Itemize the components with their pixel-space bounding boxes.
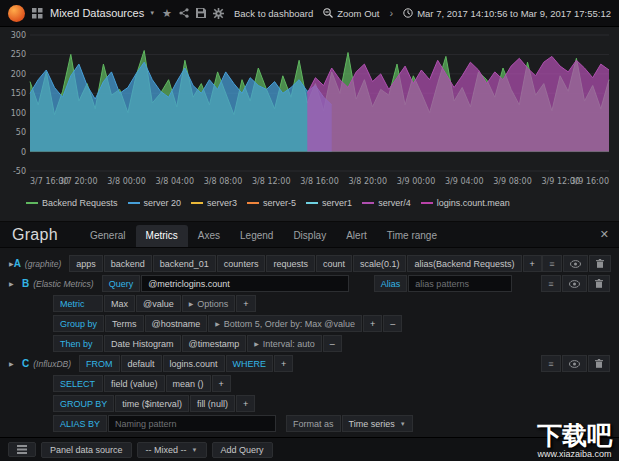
query-visibility-icon[interactable] (562, 275, 587, 292)
metric-options-toggle[interactable]: ▶Options (182, 295, 236, 312)
svg-text:3/8 08:00: 3/8 08:00 (204, 177, 242, 186)
legend-item[interactable]: Backend Requests (26, 198, 118, 208)
dashboard-title: Mixed Datasources (50, 7, 144, 19)
graphite-segment[interactable]: apps (69, 255, 103, 272)
add-groupby-button[interactable]: + (363, 315, 382, 332)
elastic-alias-input[interactable] (408, 275, 512, 292)
legend-item[interactable]: server-5 (247, 198, 296, 208)
graphite-function[interactable]: scale(0.1) (353, 255, 407, 272)
thenby-type-select[interactable]: Date Histogram (104, 335, 181, 352)
add-query-button[interactable]: Add Query (212, 442, 273, 458)
data-source-select[interactable]: -- Mixed --▼ (137, 442, 207, 458)
legend-item[interactable]: server3 (191, 198, 237, 208)
add-function-button[interactable]: + (523, 255, 542, 272)
tab-general[interactable]: General (80, 225, 136, 247)
tab-display[interactable]: Display (283, 225, 336, 247)
panel-help-icon-button[interactable] (8, 442, 36, 457)
collapse-caret-icon[interactable]: ▶ (9, 275, 22, 292)
share-icon[interactable] (179, 8, 189, 18)
timeseries-chart[interactable]: 300250200150100500-503/7 16:003/7 20:003… (0, 29, 619, 193)
panel-data-source-button[interactable]: Panel data source (41, 442, 132, 458)
aliasby-input[interactable] (108, 415, 276, 432)
dashboard-title-dropdown[interactable]: Mixed Datasources ▼ (50, 7, 155, 19)
retention-policy-select[interactable]: default (121, 355, 162, 372)
graphite-segment[interactable]: counters (217, 255, 266, 272)
query-trash-icon[interactable] (588, 275, 610, 292)
select-func-part[interactable]: mean () (166, 375, 211, 392)
time-picker-button[interactable]: Mar 7, 2017 14:10:56 to Mar 9, 2017 17:5… (403, 8, 611, 19)
zoom-out-button[interactable]: Zoom Out (323, 8, 379, 19)
format-as-select[interactable]: Time series▼ (342, 415, 413, 432)
metric-segments: Metric Max @value ▶Options + (53, 295, 256, 312)
legend-item[interactable]: server/4 (362, 198, 411, 208)
select-segments: SELECT field (value) mean () + (53, 375, 231, 392)
thenby-keyword: Then by (53, 335, 103, 352)
svg-text:3/8 12:00: 3/8 12:00 (252, 177, 290, 186)
add-condition-button[interactable]: + (274, 355, 293, 372)
tab-metrics[interactable]: Metrics (136, 225, 188, 247)
close-editor-icon[interactable]: ✕ (600, 228, 609, 241)
save-icon[interactable] (196, 8, 206, 18)
groupby-type-select[interactable]: Terms (105, 315, 144, 332)
groupby-options-toggle[interactable]: ▶Bottom 5, Order by: Max @value (208, 315, 362, 332)
add-query-label: Add Query (221, 445, 264, 455)
add-groupby-part-button[interactable]: + (236, 395, 255, 412)
thenby-field-select[interactable]: @timestamp (182, 335, 247, 352)
query-trash-icon[interactable] (589, 255, 611, 272)
tab-legend[interactable]: Legend (230, 225, 283, 247)
elastic-query-input[interactable] (141, 275, 349, 292)
legend-item[interactable]: server1 (306, 198, 352, 208)
graphite-function[interactable]: alias(Backend Requests) (407, 255, 521, 272)
add-metric-button[interactable]: + (236, 295, 255, 312)
query-menu-icon[interactable]: ≡ (541, 355, 561, 372)
tab-alert[interactable]: Alert (336, 225, 377, 247)
collapse-caret-icon[interactable]: ▶ (9, 355, 22, 372)
groupby-field-select[interactable]: @hostname (145, 315, 208, 332)
format-as-value: Time series (349, 419, 395, 429)
caret-right-icon: ▶ (189, 300, 194, 307)
grafana-app: Mixed Datasources ▼ ★ Back to dashboard … (0, 0, 619, 461)
query-ref-id[interactable]: A (14, 255, 21, 272)
thenby-options-toggle[interactable]: ▶Interval: auto (247, 335, 322, 352)
select-field-part[interactable]: field (value) (104, 375, 165, 392)
remove-thenby-button[interactable]: – (323, 335, 342, 352)
format-as-group: Format as Time series▼ (286, 415, 413, 432)
measurement-select[interactable]: logins.count (163, 355, 225, 372)
top-navbar: Mixed Datasources ▼ ★ Back to dashboard … (0, 0, 619, 27)
graphite-segment[interactable]: count (316, 255, 352, 272)
gear-icon[interactable] (213, 8, 224, 19)
graphite-segment[interactable]: backend (104, 255, 152, 272)
groupby-time-part[interactable]: time ($interval) (115, 395, 189, 412)
panel-editor-header: Graph General Metrics Axes Legend Displa… (0, 222, 619, 248)
metric-agg-select[interactable]: Max (104, 295, 135, 312)
clock-icon (403, 8, 413, 18)
chevron-right-icon[interactable]: › (389, 7, 393, 19)
grafana-logo-icon[interactable] (8, 5, 25, 22)
star-icon[interactable]: ★ (162, 7, 172, 20)
svg-text:150: 150 (11, 89, 26, 98)
back-to-dashboard-link[interactable]: Back to dashboard (234, 8, 313, 19)
graphite-segment[interactable]: requests (266, 255, 315, 272)
metric-field-select[interactable]: @value (136, 295, 181, 312)
tab-axes[interactable]: Axes (188, 225, 230, 247)
query-menu-icon[interactable]: ≡ (541, 275, 561, 292)
influx-aliasby-row: ALIAS BY Format as Time series▼ (9, 415, 610, 432)
panel-data-source-label: Panel data source (50, 445, 123, 455)
dashboard-grid-icon[interactable] (32, 8, 43, 19)
query-menu-icon[interactable]: ≡ (542, 255, 562, 272)
groupby-fill-part[interactable]: fill (null) (190, 395, 235, 412)
influx-groupby-row: GROUP BY time ($interval) fill (null) + (9, 395, 610, 412)
query-visibility-icon[interactable] (562, 355, 587, 372)
legend-item[interactable]: server 20 (128, 198, 182, 208)
query-ref-id[interactable]: C (22, 355, 29, 372)
query-ref-id[interactable]: B (22, 275, 29, 292)
query-visibility-icon[interactable] (563, 255, 588, 272)
add-select-part-button[interactable]: + (212, 375, 231, 392)
svg-text:3/8 16:00: 3/8 16:00 (300, 177, 338, 186)
graphite-segment[interactable]: backend_01 (153, 255, 216, 272)
legend-item[interactable]: logins.count.mean (421, 198, 510, 208)
query-trash-icon[interactable] (588, 355, 610, 372)
remove-groupby-button[interactable]: – (383, 315, 402, 332)
tab-time-range[interactable]: Time range (377, 225, 447, 247)
elastic-thenby-row: Then by Date Histogram @timestamp ▶Inter… (9, 335, 610, 352)
